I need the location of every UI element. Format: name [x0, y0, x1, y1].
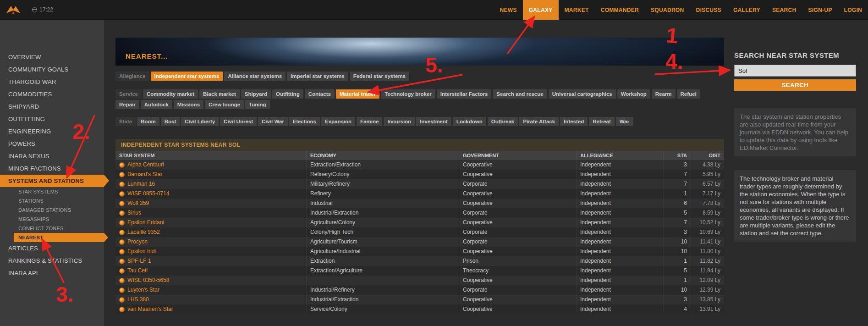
service-filter-button[interactable]: Interstellar Factors [437, 89, 492, 99]
star-system-link[interactable]: LHS 380 [115, 295, 306, 304]
service-filter-button[interactable]: Refuel [677, 89, 700, 99]
star-system-link[interactable]: WISE 0350-5658 [115, 276, 306, 285]
topnav-item[interactable]: NEWS [494, 0, 523, 20]
star-system-link[interactable]: Tau Ceti [115, 266, 306, 276]
sidebar-item[interactable]: SHIPYARD [0, 100, 104, 113]
topnav-item[interactable]: SEARCH [766, 0, 802, 20]
state-filter-button[interactable]: Expansion [321, 117, 355, 126]
service-filter-button[interactable]: Shipyard [241, 89, 271, 99]
service-filter-button[interactable]: Search and rescue [493, 89, 547, 99]
star-system-name[interactable]: Epsilon Eridani [127, 219, 164, 227]
service-filter-button[interactable]: Rearm [652, 89, 676, 99]
column-header-star-system[interactable]: STAR SYSTEM [115, 151, 306, 160]
column-header-government[interactable]: GOVERNMENT [459, 151, 576, 160]
state-filter-button[interactable]: Infested [560, 117, 588, 126]
star-system-link[interactable]: van Maanen's Star [115, 304, 306, 314]
star-system-name[interactable]: Luhman 16 [127, 180, 155, 188]
service-filter-button[interactable]: Repair [115, 100, 139, 109]
state-filter-button[interactable]: Outbreak [488, 117, 518, 126]
star-system-link[interactable]: WISE 0855-0714 [115, 189, 306, 199]
star-system-name[interactable]: Lacaille 9352 [127, 228, 160, 236]
sidebar-item[interactable]: COMMODITIES [0, 88, 104, 100]
state-filter-button[interactable]: War [616, 117, 633, 126]
star-system-link[interactable]: Sirius [115, 208, 306, 218]
state-filter-button[interactable]: Civil Liberty [181, 117, 219, 126]
service-filter-button[interactable]: Material trader [336, 89, 379, 99]
star-system-link[interactable]: Alpha Centauri [115, 160, 306, 170]
star-system-link[interactable]: Luyten's Star [115, 285, 306, 295]
topnav-item[interactable]: LOGIN [838, 0, 868, 20]
state-filter-button[interactable]: Bust [161, 117, 180, 126]
state-filter-button[interactable]: Incursion [384, 117, 415, 126]
topnav-item[interactable]: COMMANDER [595, 0, 645, 20]
service-filter-button[interactable]: Missions [174, 100, 203, 109]
topnav-item[interactable]: SQUADRON [645, 0, 690, 20]
inara-logo-icon[interactable] [5, 4, 21, 16]
sidebar-item[interactable]: THARGOID WAR [0, 76, 104, 88]
service-filter-button[interactable]: Universal cartographics [549, 89, 616, 99]
state-filter-button[interactable]: Boom [137, 117, 159, 126]
star-system-search-input[interactable] [734, 65, 856, 77]
star-system-name[interactable]: Alpha Centauri [127, 161, 164, 169]
service-filter-button[interactable]: Technology broker [381, 89, 435, 99]
service-filter-button[interactable]: Crew lounge [205, 100, 244, 109]
state-filter-button[interactable]: Civil War [258, 117, 288, 126]
sidebar-item[interactable]: SYSTEMS AND STATIONS [0, 175, 104, 187]
allegiance-filter-button[interactable]: Federal star systems [350, 72, 409, 81]
state-filter-button[interactable]: Elections [289, 117, 320, 126]
star-system-name[interactable]: Sirius [127, 209, 141, 217]
state-filter-button[interactable]: Famine [357, 117, 382, 126]
service-filter-button[interactable]: Outfitting [272, 89, 303, 99]
column-header-dist[interactable]: DIST [691, 151, 724, 160]
star-system-name[interactable]: van Maanen's Star [127, 305, 173, 313]
state-filter-button[interactable]: Civil Unrest [220, 117, 257, 126]
topnav-item[interactable]: GALAXY [523, 0, 559, 20]
sidebar-item[interactable]: NEAREST [14, 233, 104, 242]
topnav-item[interactable]: MARKET [559, 0, 595, 20]
service-filter-button[interactable]: Autodock [141, 100, 172, 109]
column-header-sta[interactable]: STA [663, 151, 691, 160]
sidebar-item[interactable]: COMMUNITY GOALS [0, 63, 104, 76]
star-system-link[interactable]: Lacaille 9352 [115, 227, 306, 237]
star-system-name[interactable]: WISE 0855-0714 [127, 190, 169, 198]
sidebar-item[interactable]: CONFLICT ZONES [0, 224, 104, 233]
sidebar-item[interactable]: ARTICLES [0, 242, 104, 254]
star-system-link[interactable]: SPF-LF 1 [115, 256, 306, 266]
star-system-link[interactable]: Epsilon Eridani [115, 218, 306, 227]
state-filter-button[interactable]: Lockdown [453, 117, 486, 126]
sidebar-item[interactable]: POWERS [0, 138, 104, 150]
star-system-link[interactable]: Luhman 16 [115, 179, 306, 189]
service-filter-button[interactable]: Tuning [245, 100, 269, 109]
sidebar-item[interactable]: ENGINEERING [0, 125, 104, 138]
topnav-item[interactable]: SIGN-UP [802, 0, 838, 20]
service-filter-button[interactable]: Contacts [305, 89, 335, 99]
star-system-name[interactable]: Procyon [127, 238, 148, 246]
column-header-allegiance[interactable]: ALLEGIANCE [576, 151, 663, 160]
allegiance-filter-button[interactable]: Independent star systems [151, 72, 223, 81]
sidebar-item[interactable]: INARA API [0, 267, 104, 279]
state-filter-button[interactable]: Pirate Attack [519, 117, 559, 126]
sidebar-item[interactable]: RANKINGS & STATISTICS [0, 254, 104, 267]
state-filter-button[interactable]: Investment [416, 117, 451, 126]
sidebar-item[interactable]: DAMAGED STATIONS [0, 205, 104, 215]
topnav-item[interactable]: GALLERY [727, 0, 766, 20]
sidebar-item[interactable]: INARA NEXUS [0, 150, 104, 162]
sidebar-item[interactable]: STAR SYSTEMS [0, 187, 104, 196]
star-system-link[interactable]: Wolf 359 [115, 199, 306, 208]
star-system-name[interactable]: Tau Ceti [127, 267, 148, 275]
allegiance-filter-button[interactable]: Alliance star systems [224, 72, 286, 81]
star-system-link[interactable]: Epsilon Indi [115, 247, 306, 256]
star-system-name[interactable]: Barnard's Star [127, 171, 162, 178]
column-header-economy[interactable]: ECONOMY [306, 151, 459, 160]
star-system-link[interactable]: Barnard's Star [115, 170, 306, 179]
star-system-name[interactable]: LHS 380 [127, 296, 149, 304]
sidebar-item[interactable]: STATIONS [0, 196, 104, 205]
service-filter-button[interactable]: Commodity market [143, 89, 198, 99]
service-filter-button[interactable]: Workshop [617, 89, 650, 99]
topnav-item[interactable]: DISCUSS [690, 0, 727, 20]
allegiance-filter-button[interactable]: Imperial star systems [287, 72, 348, 81]
star-system-link[interactable]: Procyon [115, 237, 306, 247]
sidebar-item[interactable]: MEGASHIPS [0, 215, 104, 224]
star-system-name[interactable]: Wolf 359 [127, 199, 149, 207]
search-button[interactable]: SEARCH [734, 79, 856, 91]
